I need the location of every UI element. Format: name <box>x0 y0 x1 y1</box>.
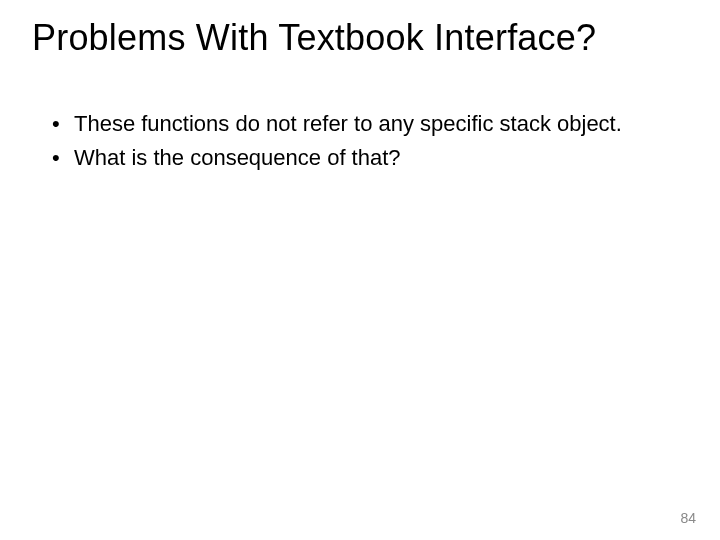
page-number: 84 <box>680 510 696 526</box>
list-item: These functions do not refer to any spec… <box>50 110 660 138</box>
slide-body: These functions do not refer to any spec… <box>50 110 660 177</box>
slide: Problems With Textbook Interface? These … <box>0 0 720 540</box>
list-item: What is the consequence of that? <box>50 144 660 172</box>
bullet-text: What is the consequence of that? <box>74 145 401 170</box>
bullet-list: These functions do not refer to any spec… <box>50 110 660 171</box>
bullet-text: These functions do not refer to any spec… <box>74 111 622 136</box>
slide-title: Problems With Textbook Interface? <box>32 18 688 58</box>
